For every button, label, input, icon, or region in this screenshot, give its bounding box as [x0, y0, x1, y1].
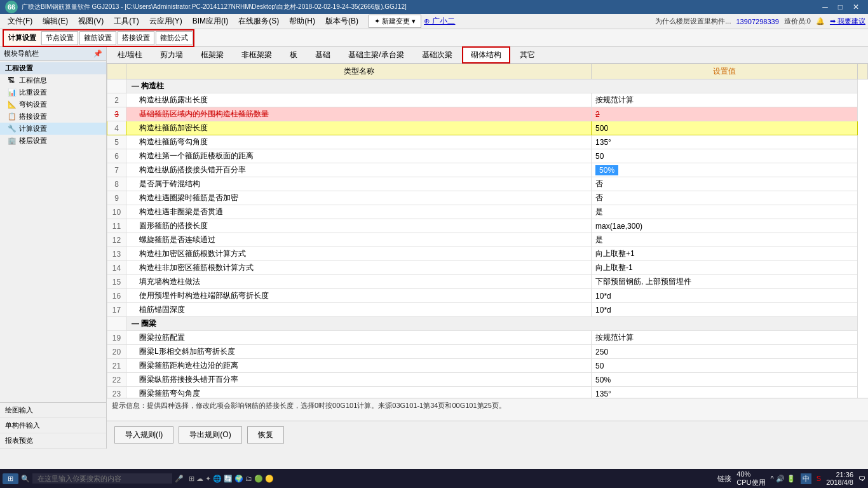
tab-other[interactable]: 其它 — [512, 47, 543, 63]
build-link[interactable]: ➡ 我要建议 — [830, 17, 865, 26]
info-bar: 提示信息：提供四种选择，修改此项会影响钢筋的搭接长度，选择0时按00G101计算… — [107, 398, 868, 421]
menu-bar: 文件(F) 编辑(E) 视图(V) 工具(T) 云应用(Y) BIM应用(I) … — [0, 14, 868, 29]
table-row: 13 构造柱加密区箍筋根数计算方式 向上取整+1 — [107, 247, 868, 261]
taskbar-link: 链接 — [717, 474, 731, 484]
row-label: 圈梁纵筋搭接接头错开百分率 — [126, 373, 592, 387]
row-label: 圈梁箍筋弯勾角度 — [126, 387, 592, 398]
tab-node-settings[interactable]: 节点设置 — [41, 31, 78, 45]
row-label: 是否属于砖混结构 — [126, 177, 592, 191]
row-value[interactable]: 是 — [592, 205, 858, 219]
menu-version[interactable]: 版本号(B) — [320, 15, 363, 28]
calc-icon: 🔧 — [8, 125, 17, 133]
start-button[interactable]: ⊞ — [3, 473, 18, 484]
row-num: 8 — [107, 177, 126, 191]
new-change-button[interactable]: ✦ 新建变更 ▾ — [369, 15, 421, 28]
export-rule-button[interactable]: 导出规则(O) — [179, 426, 241, 444]
sidebar-item-floor[interactable]: 🏢 楼层设置 — [0, 135, 106, 147]
user-link[interactable]: ⊕ 广小二 — [424, 16, 455, 27]
row-value[interactable]: 135° — [592, 135, 858, 149]
table-row: 19 圈梁拉筋配置 按规范计算 — [107, 331, 868, 345]
row-value[interactable]: 500 — [592, 121, 858, 135]
row-value[interactable]: 10*d — [592, 303, 858, 317]
restore-button[interactable]: 恢复 — [247, 426, 284, 444]
row-value[interactable]: 10*d — [592, 289, 858, 303]
table-row: 3 基础箍筋区域内的外围构造柱箍筋数量 2 — [107, 107, 868, 121]
row-value[interactable]: 250 — [592, 345, 858, 359]
sidebar-item-specific-gravity[interactable]: 📊 比重设置 — [0, 86, 106, 98]
tab-calc-settings[interactable]: 计算设置 — [4, 31, 40, 45]
row-value[interactable]: 下部预留钢筋, 上部预留埋件 — [592, 275, 858, 289]
table-row: — 构造柱 — [107, 79, 868, 93]
row-num: 3 — [107, 107, 126, 121]
tab-non-frame-beam[interactable]: 非框架梁 — [233, 47, 280, 63]
sidebar-label-splice: 搭接设置 — [19, 112, 47, 121]
tab-column[interactable]: 柱/墙柱 — [109, 47, 151, 63]
taskbar-search-input[interactable] — [32, 473, 172, 484]
close-button[interactable]: ✕ — [849, 3, 863, 11]
menu-bim[interactable]: BIM应用(I) — [187, 15, 234, 28]
row-value[interactable]: max(1ae,300) — [592, 219, 858, 233]
row-value[interactable]: 向上取整-1 — [592, 261, 858, 275]
table-row: 20 圈梁L形相交斜加筋弯折长度 250 — [107, 345, 868, 359]
col-scroll — [858, 64, 868, 79]
tab-shear-wall[interactable]: 剪力墙 — [152, 47, 191, 63]
row-value[interactable]: 否 — [592, 177, 858, 191]
menu-tools[interactable]: 工具(T) — [109, 15, 144, 28]
tab-foundation-main-beam[interactable]: 基础主梁/承台梁 — [340, 47, 412, 63]
section-label: — 构造柱 — [126, 79, 858, 93]
menu-help[interactable]: 帮助(H) — [284, 15, 320, 28]
menu-online[interactable]: 在线服务(S) — [233, 15, 284, 28]
col-num — [107, 64, 126, 79]
minimize-button[interactable]: ─ — [818, 3, 832, 11]
tab-slab[interactable]: 板 — [281, 47, 306, 63]
row-value-selected[interactable]: 50% — [592, 163, 858, 177]
tab-hoop-formula[interactable]: 箍筋公式 — [156, 31, 193, 45]
title-bar: 66 广联达BIM钢筋算量软件 GGJ2013 - [C:\Users\Admi… — [0, 0, 868, 14]
menu-cloud[interactable]: 云应用(Y) — [144, 15, 187, 28]
maximize-button[interactable]: □ — [834, 3, 846, 11]
row-value[interactable]: 按规范计算 — [592, 93, 858, 107]
sidebar-item-calc[interactable]: 🔧 计算设置 — [0, 123, 106, 135]
report-preview-btn[interactable]: 报表预览 — [0, 433, 106, 449]
draw-input-btn[interactable]: 绘图输入 — [0, 403, 106, 418]
tab-masonry[interactable]: 砌体结构 — [462, 46, 510, 64]
menu-view[interactable]: 视图(V) — [73, 15, 109, 28]
table-row: 14 构造柱非加密区箍筋根数计算方式 向上取整-1 — [107, 261, 868, 275]
price-badge: 造价员:0 — [784, 17, 811, 26]
taskbar-tray: ^ 🔊 🔋 — [771, 475, 796, 483]
import-rule-button[interactable]: 导入规则(I) — [114, 426, 173, 444]
tab-foundation-secondary-beam[interactable]: 基础次梁 — [414, 47, 461, 63]
row-value[interactable]: 按规范计算 — [592, 331, 858, 345]
sidebar-item-hook[interactable]: 📐 弯钩设置 — [0, 98, 106, 111]
title-text: 广联达BIM钢筋算量软件 GGJ2013 - [C:\Users\Adminis… — [22, 3, 407, 11]
sidebar-label-floor: 楼层设置 — [19, 136, 47, 146]
table-row: 5 构造柱箍筋弯勾角度 135° — [107, 135, 868, 149]
single-component-btn[interactable]: 单构件输入 — [0, 418, 106, 433]
row-value[interactable]: 50 — [592, 149, 858, 163]
sidebar-item-project-info[interactable]: 🏗 工程信息 — [0, 74, 106, 86]
row-value[interactable]: 是 — [592, 233, 858, 247]
tab-hoop-settings[interactable]: 箍筋设置 — [79, 31, 116, 45]
row-value[interactable]: 向上取整+1 — [592, 247, 858, 261]
title-bar-left: 66 广联达BIM钢筋算量软件 GGJ2013 - [C:\Users\Admi… — [5, 1, 407, 13]
taskbar-apps: ⊞ ☁ ✦ 🌐 🔄 🌍 🗂 🟢 🟡 — [189, 475, 274, 483]
row-value[interactable]: 135° — [592, 387, 858, 398]
sidebar-section-title: 工程设置 — [0, 62, 106, 74]
menu-file[interactable]: 文件(F) — [3, 15, 37, 28]
sidebar: 模块导航栏 📌 工程设置 🏗 工程信息 📊 比重设置 📐 弯钩设置 📋 搭接设置 — [0, 47, 107, 449]
row-num: 2 — [107, 93, 126, 107]
row-label: 构造柱遇非圈梁是否贯通 — [126, 205, 592, 219]
menu-edit[interactable]: 编辑(E) — [37, 15, 73, 28]
row-label: 圈梁箍筋距构造柱边沿的距离 — [126, 359, 592, 373]
tab-foundation[interactable]: 基础 — [307, 47, 339, 63]
row-value[interactable]: 50 — [592, 359, 858, 373]
hook-icon: 📐 — [8, 100, 17, 109]
tab-splice-settings[interactable]: 搭接设置 — [118, 31, 154, 45]
tab-frame-beam[interactable]: 框架梁 — [193, 47, 232, 63]
row-value[interactable]: 2 — [592, 107, 858, 121]
sidebar-item-splice[interactable]: 📋 搭接设置 — [0, 111, 106, 123]
row-value[interactable]: 否 — [592, 191, 858, 205]
taskbar-clock: 21:36 2018/4/8 — [826, 471, 853, 486]
row-value[interactable]: 50% — [592, 373, 858, 387]
row-label: 圆形箍筋的搭接长度 — [126, 219, 592, 233]
